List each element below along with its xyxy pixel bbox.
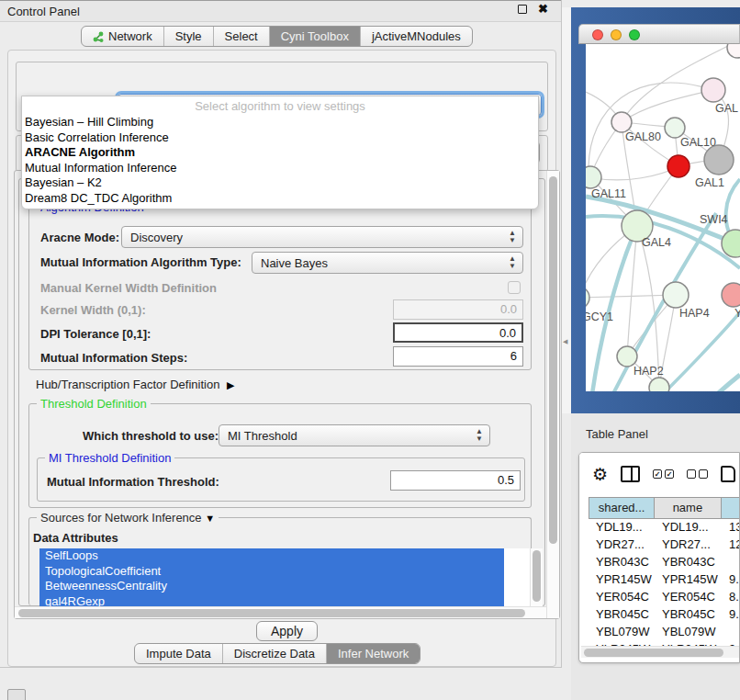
hub-definition-disclosure[interactable]: Hub/Transcription Factor Definition ▶ [36, 376, 234, 392]
table-horizontal-scrollbar[interactable] [581, 646, 739, 658]
network-edge[interactable] [590, 166, 678, 180]
network-node[interactable] [722, 283, 740, 307]
node-label: HAP2 [633, 365, 664, 378]
table-row[interactable]: YER054CYER054C8. [589, 589, 740, 606]
scrollbar-thumb[interactable] [18, 609, 525, 617]
table-row[interactable]: YDR27...YDR27...12 [589, 536, 740, 554]
cyni-bottom-tabs: Impute DataDiscretize DataInfer Network [134, 643, 420, 664]
algorithm-option[interactable]: ARACNE Algorithm [22, 145, 538, 161]
network-view-titlebar[interactable] [578, 24, 740, 44]
algorithm-option[interactable]: Basic Correlation Inference [22, 130, 538, 146]
network-node[interactable] [617, 346, 637, 367]
network-node[interactable] [665, 118, 685, 138]
node-label: GCY1 [586, 310, 613, 323]
network-node[interactable] [586, 166, 601, 188]
disclosure-down-icon[interactable]: ▼ [205, 513, 215, 524]
table-row[interactable]: YPR145WYPR145W9. [589, 571, 740, 589]
network-edge[interactable] [622, 90, 713, 122]
scrollbar-thumb[interactable] [584, 649, 723, 657]
algorithm-option[interactable]: Bayesian – K2 [22, 175, 538, 191]
zoom-traffic-light-icon[interactable] [629, 29, 640, 40]
network-node[interactable] [663, 282, 689, 308]
tab-label: Discretize Data [234, 647, 315, 660]
algorithm-option[interactable]: Mutual Information Inference [22, 161, 538, 176]
table-cell: YER054C [589, 589, 655, 606]
table-cell: YIL052C [589, 659, 655, 663]
algorithm-dropdown-placeholder: Select algorithm to view settings [22, 96, 538, 115]
close-traffic-light-icon[interactable] [592, 29, 603, 40]
data-attribute-item[interactable]: BetweennessCentrality [39, 579, 504, 594]
table-row[interactable]: YIL052CYIL052C8. [589, 659, 740, 663]
tab-jactivemnodules[interactable]: jActiveMNodules [361, 27, 472, 46]
algorithm-option[interactable]: Dream8 DC_TDC Algorithm [22, 191, 538, 207]
combo-stepper-icon: ▲▼ [476, 428, 483, 443]
network-node[interactable] [727, 44, 740, 58]
tab-network[interactable]: Network [82, 27, 164, 46]
network-node[interactable] [701, 78, 725, 102]
list-vertical-scrollbar[interactable] [530, 548, 543, 609]
settings-horizontal-scrollbar[interactable] [15, 606, 546, 618]
tab-style[interactable]: Style [164, 27, 214, 46]
column-header[interactable] [722, 498, 740, 518]
network-node[interactable] [586, 287, 589, 309]
combo-stepper-icon: ▲▼ [509, 230, 516, 244]
network-node[interactable] [649, 378, 669, 391]
dpi-tolerance-field[interactable]: 0.0 [393, 322, 523, 343]
scrollbar-thumb[interactable] [533, 550, 541, 602]
control-panel-titlebar: Control Panel ✖ [0, 0, 561, 22]
tab-select[interactable]: Select [214, 27, 270, 46]
mi-type-label: Mutual Information Algorithm Type: [40, 255, 241, 269]
tab-discretize-data[interactable]: Discretize Data [223, 644, 327, 663]
network-node[interactable] [667, 155, 690, 177]
control-panel-title: Control Panel [7, 5, 80, 18]
node-label: SWI4 [700, 213, 728, 226]
column-header[interactable]: name [655, 498, 721, 518]
network-node[interactable] [611, 112, 632, 132]
float-panel-icon[interactable] [518, 5, 527, 14]
mi-steps-field[interactable]: 6 [393, 346, 523, 367]
minimize-traffic-light-icon[interactable] [611, 29, 622, 40]
table-cell: YDR27... [589, 536, 655, 554]
close-icon[interactable]: ✖ [538, 5, 548, 14]
splitter-handle-icon[interactable]: ◀ [563, 338, 567, 345]
tab-cyni-toolbox[interactable]: Cyni Toolbox [270, 27, 361, 46]
tab-infer-network[interactable]: Infer Network [327, 644, 420, 663]
table-cell: 9. [722, 606, 740, 624]
network-node[interactable] [722, 230, 740, 257]
table-row[interactable]: YDL19...YDL19...13 [589, 519, 740, 536]
panel-splitter[interactable] [562, 7, 571, 413]
table-cell: YDL19... [589, 519, 655, 536]
table-row[interactable]: YBR045CYBR045C9. [589, 606, 740, 624]
table-cell: 13 [722, 519, 740, 536]
apply-button[interactable]: Apply [256, 621, 318, 641]
network-node[interactable] [704, 145, 734, 175]
table-sheet-icon[interactable] [721, 466, 735, 482]
scrollbar-thumb[interactable] [549, 176, 557, 544]
data-attributes-list[interactable]: SelfLoopsTopologicalCoefficientBetweenne… [39, 548, 530, 609]
kernel-width-field[interactable]: 0.0 [393, 299, 523, 320]
mi-threshold-field[interactable]: 0.5 [390, 470, 521, 491]
settings-gear-icon[interactable]: ⚙ [592, 464, 608, 485]
table-row[interactable]: YBL079WYBL079W [589, 624, 740, 641]
aracne-mode-combo[interactable]: Discovery ▲▼ [121, 226, 523, 248]
table-cell: YBR043C [589, 554, 655, 571]
deselect-all-checkbox-icon[interactable] [687, 469, 708, 479]
data-attribute-item[interactable]: SelfLoops [39, 548, 504, 564]
algorithm-option[interactable]: Bayesian – Hill Climbing [22, 115, 538, 130]
network-edge[interactable] [637, 226, 659, 388]
tab-impute-data[interactable]: Impute Data [135, 644, 223, 663]
network-canvas[interactable]: GALGAL80GAL10GAL1GAL11SWI4GAL4GCY1HAP4YH… [586, 44, 740, 391]
table-cell [722, 554, 740, 571]
column-layout-icon[interactable] [621, 466, 640, 482]
mi-type-combo[interactable]: Naive Bayes ▲▼ [252, 252, 523, 274]
network-edge[interactable] [696, 375, 740, 391]
select-all-checkbox-icon[interactable]: ✓✓ [653, 469, 674, 479]
network-icon [93, 31, 104, 42]
minimized-panel-tab[interactable] [7, 689, 26, 700]
manual-kernel-checkbox[interactable] [508, 281, 521, 294]
data-attribute-item[interactable]: TopologicalCoefficient [39, 564, 504, 580]
settings-vertical-scrollbar[interactable] [546, 171, 559, 618]
table-row[interactable]: YBR043CYBR043C [589, 554, 740, 571]
column-header[interactable]: shared... [589, 498, 655, 518]
which-threshold-combo[interactable]: MI Threshold ▲▼ [219, 424, 490, 446]
